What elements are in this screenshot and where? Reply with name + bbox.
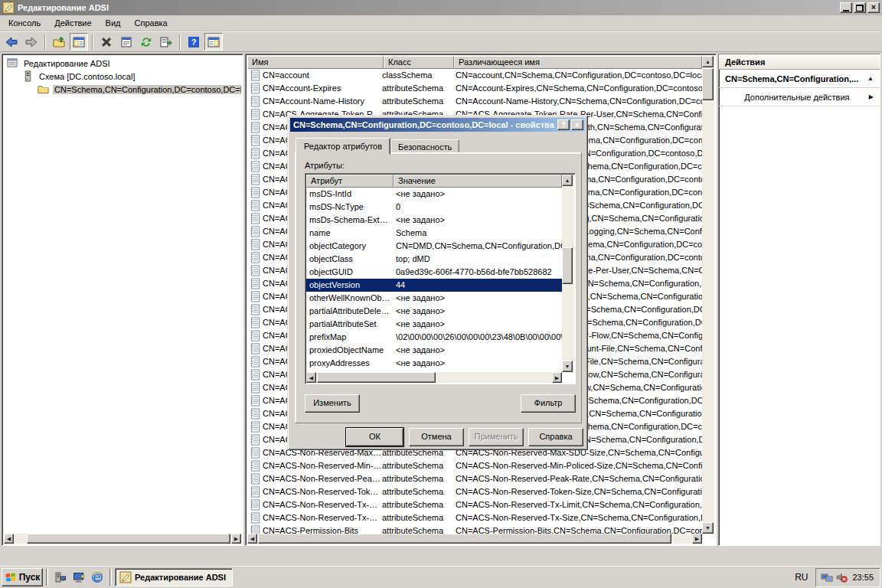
list-item-icon xyxy=(247,369,263,381)
tree-item[interactable]: Редактирование ADSI xyxy=(4,57,241,70)
taskbar-task-button[interactable]: Редактирование ADSI xyxy=(115,568,233,586)
window-titlebar[interactable]: Редактирование ADSI × xyxy=(0,0,882,15)
scrollbar-thumb[interactable] xyxy=(27,534,230,544)
attribute-row[interactable]: partialAttributeDeletionList<не задано> xyxy=(306,305,562,318)
show-desktop-quicklaunch[interactable] xyxy=(72,570,86,584)
list-item[interactable]: CN=ACS-Non-Reserved-Token-SizeattributeS… xyxy=(247,485,702,498)
scroll-left-icon[interactable]: ◀ xyxy=(4,534,14,544)
column-header-attribute[interactable]: Атрибут xyxy=(306,175,394,188)
help-button[interactable]: Справка xyxy=(528,428,583,446)
scroll-down-icon[interactable]: ▼ xyxy=(562,361,573,372)
attr-vscrollbar[interactable]: ▲ ▼ xyxy=(562,175,574,372)
export-list-button[interactable] xyxy=(157,33,175,51)
scrollbar-thumb[interactable] xyxy=(258,534,671,544)
scroll-right-icon[interactable]: ▶ xyxy=(552,372,562,383)
clock[interactable]: 23:55 xyxy=(852,573,874,582)
scroll-up-icon[interactable]: ▲ xyxy=(702,56,714,67)
window-title: Редактирование ADSI xyxy=(18,3,838,12)
list-item[interactable]: CN=ACS-Non-Reserved-Tx-SizeattributeSche… xyxy=(247,511,702,524)
collapse-icon[interactable]: ▲ xyxy=(867,75,874,82)
column-header-class[interactable]: Класс xyxy=(384,56,454,69)
menu-console[interactable]: Консоль xyxy=(2,16,47,30)
scroll-down-icon[interactable]: ▼ xyxy=(702,522,714,534)
close-button[interactable]: × xyxy=(867,2,880,13)
list-item[interactable]: CN=Account-Name-HistoryattributeSchemaCN… xyxy=(247,95,702,108)
attribute-row[interactable]: objectVersion44 xyxy=(306,279,562,292)
attribute-row[interactable]: otherWellKnownObjects<не задано> xyxy=(306,292,562,305)
cancel-button[interactable]: Отмена xyxy=(409,428,464,446)
scroll-up-icon[interactable]: ▲ xyxy=(562,175,573,186)
tree-hscrollbar[interactable]: ◀ ▶ xyxy=(4,534,241,544)
scroll-right-icon[interactable]: ▶ xyxy=(692,534,702,544)
server-manager-quicklaunch[interactable] xyxy=(54,570,67,584)
attribute-row[interactable]: proxiedObjectName<не задано> xyxy=(306,344,562,357)
ok-button[interactable]: ОК xyxy=(346,428,403,446)
list-hscrollbar[interactable]: ◀ ▶ xyxy=(247,534,702,544)
language-indicator[interactable]: RU xyxy=(795,572,808,583)
attribute-value: \02\00\00\00\26\00\00\00\23\48\0B\00\00\… xyxy=(394,331,562,344)
attribute-row[interactable]: msDS-NcType0 xyxy=(306,201,562,214)
column-header-name[interactable]: Имя xyxy=(247,56,384,69)
forward-button[interactable] xyxy=(22,33,41,51)
attribute-row[interactable]: objectGUID0a9ed39c-606f-4770-b56d-bfe7bb… xyxy=(306,266,562,279)
attribute-row[interactable]: objectCategoryCN=DMD,CN=Schema,CN=Config… xyxy=(306,240,562,253)
attribute-row[interactable]: partialAttributeSet<не задано> xyxy=(306,318,562,331)
back-button[interactable] xyxy=(2,33,21,51)
dialog-close-button[interactable]: × xyxy=(571,119,583,130)
filter-button[interactable]: Фильтр xyxy=(521,394,576,413)
refresh-button[interactable] xyxy=(137,33,155,51)
scroll-left-icon[interactable]: ◀ xyxy=(247,534,257,544)
menu-action[interactable]: Действие xyxy=(47,16,98,30)
help-icon: ? xyxy=(188,36,200,48)
column-header-dn[interactable]: Различающееся имя xyxy=(454,56,702,69)
delete-icon xyxy=(100,36,113,48)
more-actions-item[interactable]: Дополнительные действия ▶ xyxy=(719,88,880,106)
network-icon[interactable] xyxy=(821,571,833,583)
list-item-icon xyxy=(247,187,263,198)
start-button[interactable]: Пуск xyxy=(2,568,43,586)
scrollbar-thumb[interactable] xyxy=(562,247,573,284)
internet-explorer-quicklaunch[interactable] xyxy=(90,570,104,584)
scrollbar-thumb[interactable] xyxy=(317,372,436,383)
show-console-tree-button[interactable] xyxy=(70,33,88,51)
list-item[interactable]: CN=Account-ExpiresattributeSchemaCN=Acco… xyxy=(247,82,702,95)
list-vscrollbar[interactable]: ▲ ▼ xyxy=(702,56,714,534)
attribute-row[interactable]: prefixMap\02\00\00\00\26\00\00\00\23\48\… xyxy=(306,331,562,344)
scroll-right-icon[interactable]: ▶ xyxy=(231,534,241,544)
attribute-row[interactable]: msDS-IntId<не задано> xyxy=(306,188,562,201)
actions-context-group[interactable]: CN=Schema,CN=Configuration,... ▲ xyxy=(719,70,880,88)
edit-button[interactable]: Изменить xyxy=(305,394,360,413)
attribute-row[interactable]: proxyAddresses<не задано> xyxy=(306,357,562,370)
apply-button[interactable]: Применить xyxy=(469,428,524,446)
dialog-titlebar[interactable]: CN=Schema,CN=Configuration,DC=contoso,DC… xyxy=(290,118,585,132)
tree-item[interactable]: Схема [DC.contoso.local] xyxy=(4,70,241,83)
tab-attribute-editor[interactable]: Редактор атрибутов xyxy=(296,138,390,155)
console-root-icon xyxy=(7,57,19,69)
properties-button[interactable] xyxy=(117,33,136,51)
delete-button[interactable] xyxy=(97,33,116,51)
scroll-left-icon[interactable]: ◀ xyxy=(306,372,316,383)
menu-help[interactable]: Справка xyxy=(128,16,175,30)
attr-hscrollbar[interactable]: ◀ ▶ xyxy=(306,372,562,383)
up-one-level-button[interactable] xyxy=(50,33,68,51)
tree-item[interactable]: CN=Schema,CN=Configuration,DC=contoso,DC… xyxy=(4,83,241,96)
volume-muted-icon[interactable] xyxy=(835,571,848,583)
context-help-button[interactable]: ? xyxy=(557,119,570,130)
column-header-value[interactable]: Значение xyxy=(394,175,562,188)
attribute-row[interactable]: objectClasstop; dMD xyxy=(306,253,562,266)
actions-context-title: CN=Schema,CN=Configuration,... xyxy=(725,74,867,83)
help-button[interactable]: ? xyxy=(185,33,203,51)
restore-button[interactable] xyxy=(854,2,866,13)
list-item[interactable]: CN=ACS-Permission-BitsattributeSchemaCN=… xyxy=(247,524,702,534)
list-item-name: CN=ACS-Non-Reserved-Min-Policed-Size xyxy=(263,459,382,472)
menu-view[interactable]: Вид xyxy=(99,16,128,30)
list-item[interactable]: CN=ACS-Non-Reserved-Peak-RateattributeSc… xyxy=(247,472,702,485)
scrollbar-thumb[interactable] xyxy=(702,68,714,100)
minimize-button[interactable] xyxy=(840,2,852,13)
list-item[interactable]: CN=ACS-Non-Reserved-Tx-LimitattributeSch… xyxy=(247,498,702,511)
list-item[interactable]: CN=ACS-Non-Reserved-Min-Policed-Sizeattr… xyxy=(247,459,702,472)
show-action-pane-button[interactable] xyxy=(204,33,223,51)
attribute-row[interactable]: nameSchema xyxy=(306,227,562,240)
attribute-row[interactable]: msDs-Schema-Extensions<не задано> xyxy=(306,214,562,227)
list-item[interactable]: CN=accountclassSchemaCN=account,CN=Schem… xyxy=(247,69,702,82)
